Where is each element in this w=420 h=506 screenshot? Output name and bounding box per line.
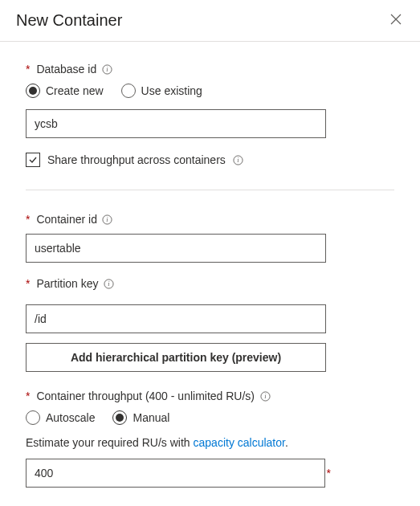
partition-key-input[interactable]	[26, 304, 326, 333]
panel-header: New Container	[0, 0, 420, 42]
radio-autoscale[interactable]: Autoscale	[26, 410, 95, 425]
svg-text:i: i	[264, 393, 267, 400]
section-divider	[26, 190, 394, 190]
share-throughput-label: Share throughput across containers	[47, 153, 226, 166]
share-throughput-checkbox[interactable]	[26, 153, 40, 167]
add-hierarchical-key-button[interactable]: Add hierarchical partition key (preview)	[26, 343, 326, 372]
svg-text:i: i	[106, 66, 108, 73]
container-id-input[interactable]	[26, 234, 326, 263]
radio-label: Manual	[133, 411, 169, 424]
radio-label: Use existing	[141, 84, 202, 97]
throughput-input-wrap: *	[26, 459, 331, 488]
hint-suffix: .	[285, 436, 288, 449]
throughput-mode-group: Autoscale Manual	[26, 410, 394, 425]
panel-body: * Database id i Create new Use existing …	[0, 42, 420, 494]
info-icon[interactable]: i	[233, 154, 244, 165]
database-id-input[interactable]	[26, 109, 326, 138]
radio-use-existing[interactable]: Use existing	[121, 84, 202, 98]
throughput-input[interactable]	[26, 459, 325, 488]
svg-text:i: i	[108, 280, 110, 288]
info-icon[interactable]: i	[102, 214, 113, 225]
container-id-label: * Container id i	[26, 213, 394, 226]
radio-label: Autoscale	[46, 411, 95, 424]
database-id-label: * Database id i	[26, 63, 394, 75]
radio-manual[interactable]: Manual	[112, 410, 169, 425]
label-text: Partition key	[36, 277, 98, 290]
required-star: *	[26, 277, 30, 290]
radio-create-new[interactable]: Create new	[26, 84, 104, 98]
radio-icon	[121, 84, 136, 98]
radio-icon	[112, 410, 127, 425]
radio-label: Create new	[46, 84, 104, 97]
panel-title: New Container	[16, 11, 122, 30]
radio-icon	[26, 84, 40, 98]
label-text: Database id	[36, 63, 96, 75]
info-icon[interactable]: i	[104, 278, 115, 289]
database-mode-group: Create new Use existing	[26, 84, 394, 98]
throughput-label: * Container throughput (400 - unlimited …	[26, 390, 394, 402]
label-text: Container throughput (400 - unlimited RU…	[36, 390, 255, 402]
required-star: *	[26, 390, 30, 402]
radio-icon	[26, 410, 40, 425]
label-text: Container id	[36, 213, 97, 226]
required-star: *	[26, 63, 30, 75]
hint-prefix: Estimate your required RU/s with	[26, 436, 194, 449]
share-throughput-row: Share throughput across containers i	[26, 153, 394, 167]
required-star: *	[327, 467, 331, 479]
svg-text:i: i	[238, 157, 240, 164]
info-icon[interactable]: i	[259, 390, 271, 402]
partition-key-label: * Partition key i	[26, 277, 394, 290]
info-icon[interactable]: i	[101, 63, 112, 75]
required-star: *	[26, 213, 30, 226]
capacity-calculator-link[interactable]: capacity calculator	[194, 436, 285, 449]
throughput-hint: Estimate your required RU/s with capacit…	[26, 436, 394, 449]
svg-text:i: i	[107, 216, 109, 223]
close-icon[interactable]	[388, 12, 404, 29]
